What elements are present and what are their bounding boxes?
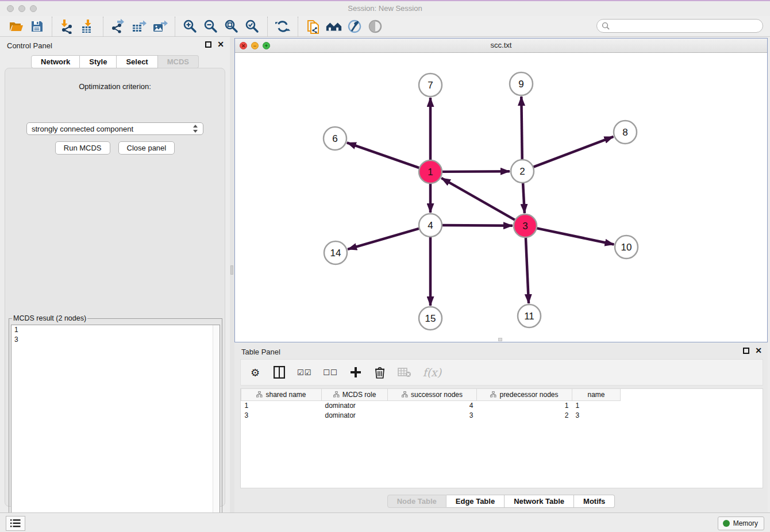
close-panel-button[interactable]: Close panel xyxy=(118,141,175,155)
minimize-view-icon[interactable]: − xyxy=(251,42,259,49)
node-15[interactable]: 15 xyxy=(419,307,442,330)
table-cell[interactable]: 1 xyxy=(477,400,572,410)
eye-icon[interactable] xyxy=(367,18,384,35)
edge-3-10[interactable] xyxy=(537,228,614,244)
column-header-predecessor-nodes[interactable]: predecessor nodes xyxy=(477,389,572,400)
maximize-view-icon[interactable]: + xyxy=(263,42,270,49)
close-window-button[interactable] xyxy=(7,5,14,12)
node-2[interactable]: 2 xyxy=(511,160,534,183)
close-view-icon[interactable]: ✕ xyxy=(240,42,247,49)
tab-network-table[interactable]: Network Table xyxy=(505,495,574,508)
folder-open-icon[interactable] xyxy=(7,18,25,35)
tab-mcds[interactable]: MCDS xyxy=(158,55,199,68)
float-panel-icon[interactable] xyxy=(205,41,211,48)
close-panel-icon[interactable]: ✕ xyxy=(217,41,224,48)
column-header-mcds-role[interactable]: MCDS role xyxy=(322,389,388,400)
edge-2-3[interactable] xyxy=(523,183,525,213)
tab-select[interactable]: Select xyxy=(117,55,157,68)
node-9[interactable]: 9 xyxy=(510,72,533,95)
zoom-selected-icon[interactable] xyxy=(244,18,261,35)
minimize-window-button[interactable] xyxy=(18,5,25,12)
trash-icon[interactable] xyxy=(374,365,386,379)
edge-2-8[interactable] xyxy=(533,137,614,167)
maximize-window-button[interactable] xyxy=(30,5,37,12)
import-table-icon[interactable] xyxy=(79,18,97,35)
edge-2-9[interactable] xyxy=(521,97,522,160)
svg-text:9: 9 xyxy=(518,79,523,90)
export-network-icon[interactable] xyxy=(110,18,127,35)
export-table-icon[interactable] xyxy=(130,18,148,35)
table-cell[interactable]: 3 xyxy=(388,410,477,420)
edge-1-6[interactable] xyxy=(347,142,419,168)
edge-3-11[interactable] xyxy=(526,237,529,303)
export-image-icon[interactable] xyxy=(151,18,168,35)
close-table-panel-icon[interactable]: ✕ xyxy=(755,348,762,354)
table-cell[interactable]: 3 xyxy=(572,410,621,420)
svg-text:1: 1 xyxy=(428,167,433,178)
gear-icon[interactable]: ⚙ xyxy=(249,365,261,379)
node-11[interactable]: 11 xyxy=(518,304,541,327)
node-3[interactable]: 3 xyxy=(514,214,537,237)
tab-edge-table[interactable]: Edge Table xyxy=(446,495,505,508)
table-cell[interactable]: 3 xyxy=(241,410,322,420)
zoom-in-icon[interactable] xyxy=(182,18,199,35)
select-all-columns-icon[interactable]: ☑☑ xyxy=(297,365,311,379)
node-4[interactable]: 4 xyxy=(419,214,442,237)
result-scrollbar[interactable] xyxy=(213,325,220,530)
criterion-dropdown[interactable]: strongly connected component xyxy=(26,122,203,135)
node-7[interactable]: 7 xyxy=(419,74,442,97)
column-header-shared-name[interactable]: shared name xyxy=(241,389,322,400)
resize-handle[interactable] xyxy=(498,338,502,341)
delete-table-icon[interactable] xyxy=(398,365,411,379)
network-canvas[interactable]: 7968124314101511 xyxy=(235,53,767,342)
node-8[interactable]: 8 xyxy=(614,121,637,144)
tab-network[interactable]: Network xyxy=(31,55,80,68)
table-cell[interactable]: 1 xyxy=(241,400,322,410)
zoom-fit-icon[interactable] xyxy=(223,18,240,35)
refresh-icon[interactable] xyxy=(274,18,291,35)
style-brush-icon[interactable] xyxy=(346,18,363,35)
svg-text:4: 4 xyxy=(428,220,433,231)
search-input[interactable] xyxy=(610,21,763,31)
import-network-icon[interactable] xyxy=(59,18,76,35)
tab-motifs[interactable]: Motifs xyxy=(574,495,615,508)
node-6[interactable]: 6 xyxy=(324,127,346,150)
tab-style[interactable]: Style xyxy=(80,55,117,68)
task-history-button[interactable] xyxy=(6,516,25,531)
table-row[interactable]: 3dominator323 xyxy=(241,410,621,420)
table-cell[interactable]: 1 xyxy=(572,400,621,410)
table-row[interactable]: 1dominator411 xyxy=(241,400,621,410)
network-window-titlebar[interactable]: ✕ − + scc.txt xyxy=(235,38,767,53)
deselect-all-columns-icon[interactable]: ☐☐ xyxy=(323,365,337,379)
save-icon[interactable] xyxy=(28,18,45,35)
node-1[interactable]: 1 xyxy=(419,160,442,183)
float-table-panel-icon[interactable] xyxy=(743,348,749,354)
node-14[interactable]: 14 xyxy=(324,241,347,264)
vertical-splitter[interactable] xyxy=(230,37,234,512)
node-10[interactable]: 10 xyxy=(615,236,638,259)
edge-1-2[interactable] xyxy=(442,171,510,172)
column-header-successor-nodes[interactable]: successor nodes xyxy=(388,389,477,400)
search-box[interactable] xyxy=(596,19,763,33)
memory-button[interactable]: Memory xyxy=(718,516,764,530)
table-cell[interactable]: 4 xyxy=(388,400,477,410)
table-cell[interactable]: 2 xyxy=(477,410,572,420)
edge-4-3[interactable] xyxy=(442,225,513,226)
mcds-result-area[interactable]: 13 xyxy=(11,325,220,531)
run-mcds-button[interactable]: Run MCDS xyxy=(55,141,110,155)
mcds-tab-content: Optimization criterion: strongly connect… xyxy=(5,68,225,507)
zoom-out-icon[interactable] xyxy=(202,18,220,35)
split-columns-icon[interactable] xyxy=(273,365,286,379)
table-cell[interactable]: dominator xyxy=(322,410,388,420)
edge-4-14[interactable] xyxy=(348,229,419,249)
edge-3-1[interactable] xyxy=(441,178,515,220)
function-icon[interactable]: f(x) xyxy=(423,365,442,379)
clone-network-icon[interactable] xyxy=(305,18,322,35)
table-cell[interactable]: dominator xyxy=(322,400,388,410)
node-table[interactable]: shared nameMCDS rolesuccessor nodesprede… xyxy=(240,388,763,488)
houses-icon[interactable] xyxy=(325,18,342,35)
column-header-name[interactable]: name xyxy=(572,389,621,400)
tab-node-table[interactable]: Node Table xyxy=(387,495,446,508)
splitter-handle[interactable] xyxy=(230,265,233,275)
add-column-icon[interactable] xyxy=(349,365,362,379)
